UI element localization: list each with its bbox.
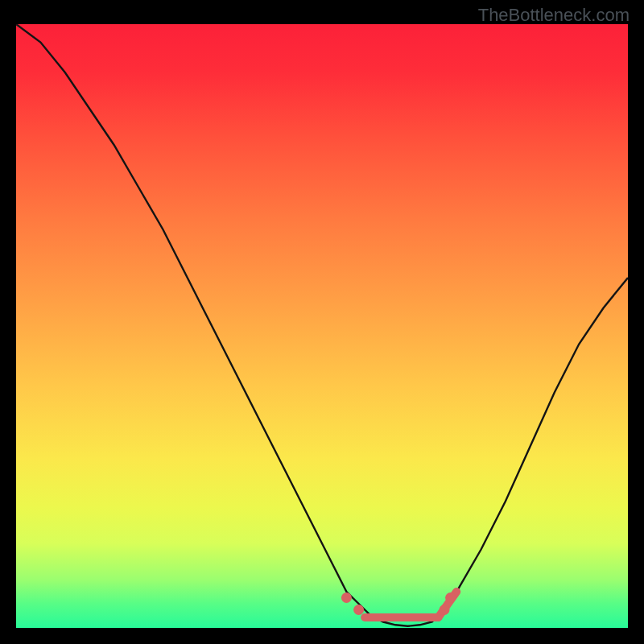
bottleneck-curve [16, 24, 628, 626]
svg-point-2 [440, 605, 450, 615]
chart-container: TheBottleneck.com [0, 0, 644, 644]
svg-point-0 [341, 592, 352, 603]
curve-overlay [16, 24, 628, 628]
plot-area [16, 24, 628, 628]
svg-point-3 [445, 592, 456, 603]
watermark-text: TheBottleneck.com [478, 5, 630, 26]
svg-point-1 [353, 605, 364, 615]
